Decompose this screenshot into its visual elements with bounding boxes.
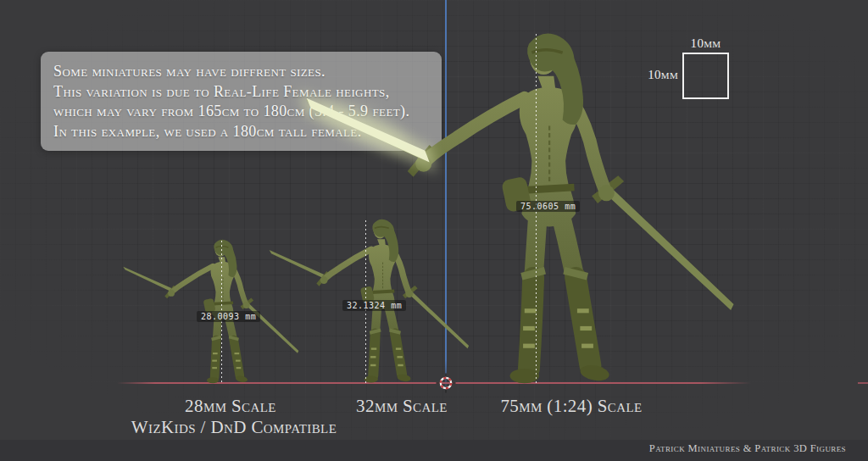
glowing-blade	[307, 98, 430, 163]
scale-label-32mm: 32mm Scale	[317, 396, 487, 417]
scale-sublabel-wizkids: WizKids / DnD Compatible	[107, 417, 361, 438]
reference-square-side-label: 10mm	[641, 68, 678, 82]
x-axis-line-edge	[858, 382, 868, 384]
reference-square-top-label: 10mm	[682, 36, 729, 51]
credit-bar: Patrick Miniatures & Patrick 3D Figures	[0, 440, 868, 461]
scale-label-28mm: 28mm Scale	[146, 396, 315, 417]
measurement-label-28mm: 28.0093 mm	[197, 311, 260, 322]
measurement-label-32mm: 32.1324 mm	[342, 300, 406, 311]
3d-cursor-icon	[436, 373, 456, 393]
reference-square	[682, 53, 729, 99]
credit-text: Patrick Miniatures & Patrick 3D Figures	[649, 442, 846, 455]
viewport: Some miniatures may have diffrent sizes.…	[0, 0, 868, 461]
measurement-label-75mm: 75.0605 mm	[516, 201, 580, 212]
scale-label-75mm: 75mm (1:24) Scale	[465, 396, 677, 417]
